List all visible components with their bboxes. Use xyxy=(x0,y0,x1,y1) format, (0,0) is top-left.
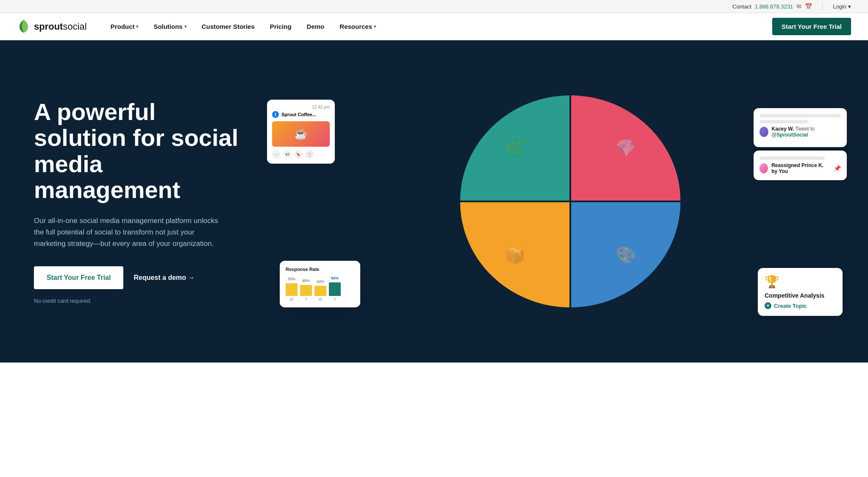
pin-icon: 📌 xyxy=(834,165,841,172)
phone-action-dot-4[interactable]: 📋 xyxy=(305,150,314,159)
contact-section: Contact 1.866.878.3231 ✉ 📅 xyxy=(732,3,812,10)
hero-title: A powerful solution for social media man… xyxy=(34,99,246,203)
card-phone-actions: ··· 🏷 🔖 📋 xyxy=(272,150,330,159)
bar-t2 xyxy=(329,282,341,296)
reassign-avatar xyxy=(760,163,768,173)
hero-description: Our all-in-one social media management p… xyxy=(34,215,220,250)
hero-illustration: 🌿 💎 📦 🎨 12:42 pm f Sprout Coffee... ☕ xyxy=(271,74,834,329)
divider xyxy=(822,3,823,10)
nav-item-product[interactable]: Product ▾ xyxy=(104,20,145,33)
nav-item-resources[interactable]: Resources ▾ xyxy=(333,20,383,33)
bar-thursday: 56% T xyxy=(329,276,341,301)
card-competitive: 🏆 Competitive Analysis + Create Topic xyxy=(758,268,843,316)
card-tweet: Kacey W. Tweet to @SproutSocial xyxy=(754,108,847,147)
create-topic-button[interactable]: + Create Topic xyxy=(765,302,836,309)
reassign-line xyxy=(760,156,825,160)
phone-action-dot-1[interactable]: ··· xyxy=(272,150,281,159)
bar-monday: 55% M xyxy=(286,277,298,301)
reassign-user: Reassigned Prince K. by You 📌 xyxy=(760,162,841,174)
chart-bars: 55% M 48% T 44% W 56% T xyxy=(286,276,354,301)
hero-buttons: Start Your Free Trial Request a demo → xyxy=(34,266,246,289)
chart-title: Response Rate xyxy=(286,267,354,272)
card-chart: Response Rate 55% M 48% T 44% W xyxy=(280,261,360,307)
nav-cta-button[interactable]: Start Your Free Trial xyxy=(772,18,851,35)
login-button[interactable]: Login ▾ xyxy=(833,3,851,10)
nav-item-pricing[interactable]: Pricing xyxy=(263,20,298,33)
competitive-trophy-icon: 🏆 xyxy=(765,275,836,289)
tweet-username: Kacey W. Tweet to @SproutSocial xyxy=(772,126,841,138)
card-reassign: Reassigned Prince K. by You 📌 xyxy=(754,151,847,180)
tweet-user-info: Kacey W. Tweet to @SproutSocial xyxy=(772,126,841,138)
card-phone-image: ☕ xyxy=(272,121,330,147)
logo[interactable]: sproutsocial xyxy=(17,19,87,34)
tweet-user: Kacey W. Tweet to @SproutSocial xyxy=(760,126,841,138)
phone-action-dot-3[interactable]: 🔖 xyxy=(294,150,303,159)
product-caret: ▾ xyxy=(136,24,138,29)
no-credit-card-note: No credit card required. xyxy=(34,298,246,304)
contact-label: Contact xyxy=(732,3,751,10)
competitive-title: Competitive Analysis xyxy=(765,292,836,299)
logo-text: sproutsocial xyxy=(34,21,87,32)
bar-w xyxy=(314,286,326,296)
panel-blue: 🎨 xyxy=(571,202,681,307)
nav-item-demo[interactable]: Demo xyxy=(300,20,331,33)
panels-grid: 🌿 💎 📦 🎨 xyxy=(460,95,681,307)
panel-pink: 💎 xyxy=(571,95,681,201)
tweet-line-1 xyxy=(760,114,841,117)
plus-circle-icon: + xyxy=(765,302,771,309)
panel-teal: 🌿 xyxy=(460,95,570,201)
hero-content: A powerful solution for social media man… xyxy=(34,99,246,304)
panel-orange: 📦 xyxy=(460,202,570,307)
bar-t1 xyxy=(300,285,312,296)
facebook-icon: f xyxy=(272,111,279,118)
hero-section: A powerful solution for social media man… xyxy=(0,40,868,363)
card-phone-time: 12:42 pm xyxy=(272,105,330,109)
tweet-line-2 xyxy=(760,120,808,123)
solutions-caret: ▾ xyxy=(184,24,186,29)
email-icon[interactable]: ✉ xyxy=(796,3,801,10)
bar-m xyxy=(286,283,298,296)
calendar-icon[interactable]: 📅 xyxy=(805,3,812,10)
bar-wednesday: 44% W xyxy=(314,279,326,301)
card-phone: 12:42 pm f Sprout Coffee... ☕ ··· 🏷 🔖 📋 xyxy=(267,100,335,164)
logo-icon xyxy=(17,19,31,34)
nav-item-solutions[interactable]: Solutions ▾ xyxy=(147,20,193,33)
utility-bar: Contact 1.866.878.3231 ✉ 📅 Login ▾ xyxy=(0,0,868,13)
hero-cta-primary[interactable]: Start Your Free Trial xyxy=(34,266,123,289)
nav-item-customer-stories[interactable]: Customer Stories xyxy=(195,20,262,33)
phone-action-dot-2[interactable]: 🏷 xyxy=(283,150,292,159)
phone-number[interactable]: 1.866.878.3231 xyxy=(755,3,793,10)
hero-cta-secondary[interactable]: Request a demo → xyxy=(134,274,195,282)
nav-links: Product ▾ Solutions ▾ Customer Stories P… xyxy=(104,20,772,33)
bar-tuesday: 48% T xyxy=(300,279,312,301)
resources-caret: ▾ xyxy=(374,24,376,29)
tweet-avatar xyxy=(760,127,768,137)
reassign-name: Reassigned Prince K. by You xyxy=(771,162,830,174)
main-nav: sproutsocial Product ▾ Solutions ▾ Custo… xyxy=(0,13,868,40)
card-phone-title: f Sprout Coffee... xyxy=(272,111,330,118)
